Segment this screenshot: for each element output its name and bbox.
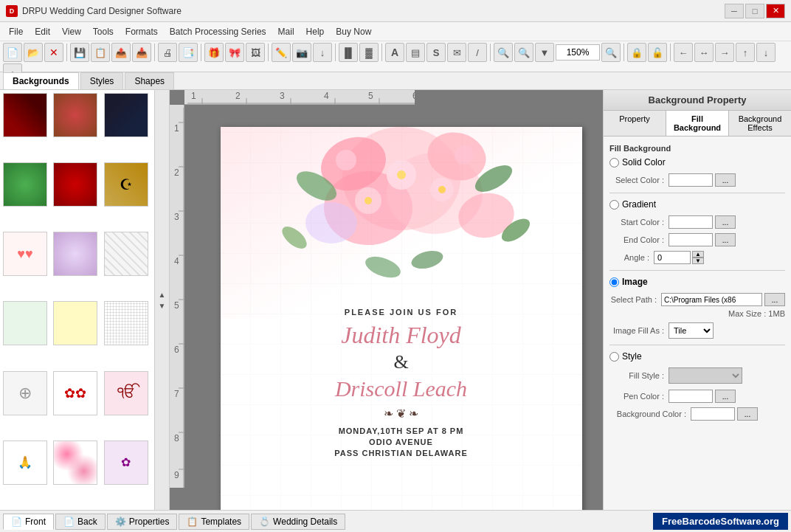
background-thumb-3[interactable] bbox=[104, 93, 148, 137]
close-button[interactable]: ✕ bbox=[766, 4, 785, 18]
tb-img[interactable]: 🖼 bbox=[246, 43, 265, 62]
tb-redo[interactable]: 🎀 bbox=[225, 43, 244, 62]
background-thumb-8[interactable] bbox=[53, 232, 97, 276]
bottom-tab-wedding-details[interactable]: 💍 Wedding Details bbox=[251, 514, 345, 530]
tb-line[interactable]: / bbox=[468, 43, 487, 62]
menu-buy-now[interactable]: Buy Now bbox=[330, 24, 377, 39]
tb-arrow[interactable]: ↓ bbox=[313, 43, 332, 62]
background-thumb-10[interactable] bbox=[3, 301, 47, 345]
minimize-button[interactable]: ─ bbox=[725, 4, 744, 18]
image-fill-select[interactable]: Tile Stretch Center Fit bbox=[669, 322, 714, 339]
solid-color-radio[interactable] bbox=[609, 158, 619, 167]
bottom-tab-back[interactable]: 📄 Back bbox=[55, 514, 106, 530]
background-thumb-11[interactable] bbox=[53, 301, 97, 345]
start-color-button[interactable]: ... bbox=[715, 215, 736, 229]
tb-textbox[interactable]: ▤ bbox=[406, 43, 425, 62]
tb-lock2[interactable]: 🔓 bbox=[648, 43, 667, 62]
tb-lock1[interactable]: 🔒 bbox=[627, 43, 646, 62]
svg-text:2: 2 bbox=[174, 167, 179, 178]
tb-new[interactable]: 📄 bbox=[3, 43, 22, 62]
tb-zoom-out[interactable]: 🔍 bbox=[514, 43, 533, 62]
tb-pen[interactable]: ✏️ bbox=[272, 43, 291, 62]
menu-help[interactable]: Help bbox=[300, 24, 331, 39]
tab-shapes[interactable]: Shapes bbox=[125, 72, 174, 89]
tb-arrow-down[interactable]: ↓ bbox=[756, 43, 776, 62]
tb-save4[interactable]: 📥 bbox=[132, 43, 151, 62]
background-thumb-4[interactable] bbox=[3, 162, 47, 207]
tb-close[interactable]: ✕ bbox=[44, 43, 63, 62]
gradient-radio[interactable] bbox=[609, 200, 619, 210]
tb-print2[interactable]: 📑 bbox=[179, 43, 198, 62]
background-thumb-16[interactable]: 🙏 bbox=[3, 441, 47, 485]
pen-color-swatch[interactable] bbox=[669, 390, 713, 403]
background-thumb-7[interactable]: ♥♥ bbox=[3, 232, 47, 276]
bottom-tab-properties[interactable]: ⚙️ Properties bbox=[107, 514, 178, 530]
tab-property[interactable]: Property bbox=[604, 111, 666, 136]
background-thumb-2[interactable] bbox=[53, 93, 97, 137]
tb-zoom-in[interactable]: 🔍 bbox=[494, 43, 513, 62]
tb-zoom-minus[interactable]: 🔍 bbox=[601, 43, 621, 62]
menu-tools[interactable]: Tools bbox=[87, 24, 120, 39]
background-thumb-18[interactable]: ✿ bbox=[104, 441, 148, 485]
tb-open[interactable]: 📂 bbox=[24, 43, 43, 62]
tb-photo[interactable]: 📷 bbox=[292, 43, 311, 62]
bottom-tab-front[interactable]: 📄 Front bbox=[3, 514, 54, 530]
style-radio[interactable] bbox=[609, 352, 619, 362]
tb-save[interactable]: 💾 bbox=[70, 43, 89, 62]
background-thumb-15[interactable]: ੴ bbox=[104, 371, 148, 415]
background-thumb-9[interactable] bbox=[104, 232, 148, 276]
tab-backgrounds[interactable]: Backgrounds bbox=[3, 72, 79, 89]
tb-save3[interactable]: 📤 bbox=[111, 43, 131, 62]
tb-barcode[interactable]: ▐▌ bbox=[339, 43, 358, 62]
menu-view[interactable]: View bbox=[56, 24, 87, 39]
menu-mail[interactable]: Mail bbox=[272, 24, 300, 39]
tab-fill-background[interactable]: Fill Background bbox=[666, 111, 729, 136]
image-radio[interactable] bbox=[609, 277, 619, 287]
angle-input[interactable] bbox=[654, 251, 691, 264]
tb-save2[interactable]: 📋 bbox=[91, 43, 110, 62]
end-color-swatch[interactable] bbox=[669, 233, 713, 246]
solid-color-button[interactable]: ... bbox=[715, 173, 736, 187]
menu-file[interactable]: File bbox=[3, 24, 29, 39]
bottom-tab-templates[interactable]: 📋 Templates bbox=[179, 514, 249, 530]
bg-color-swatch[interactable] bbox=[691, 407, 735, 421]
tab-background-effects[interactable]: Background Effects bbox=[729, 111, 791, 136]
tb-arrow-up[interactable]: ↑ bbox=[736, 43, 755, 62]
bg-color-button[interactable]: ... bbox=[737, 407, 758, 421]
tb-barcode2[interactable]: ▓ bbox=[359, 43, 379, 62]
tb-arrow-left[interactable]: ← bbox=[674, 43, 693, 62]
tb-zoom-drop[interactable]: ▼ bbox=[535, 43, 554, 62]
background-thumb-6[interactable]: ☪ bbox=[104, 162, 148, 207]
scroll-up-icon[interactable]: ▲ bbox=[159, 291, 166, 299]
tb-print[interactable]: 🖨 bbox=[158, 43, 177, 62]
fill-style-select[interactable] bbox=[669, 367, 742, 384]
start-color-swatch[interactable] bbox=[669, 215, 713, 229]
path-input[interactable] bbox=[661, 293, 762, 306]
end-color-button[interactable]: ... bbox=[715, 233, 736, 246]
tb-arrow-right[interactable]: → bbox=[715, 43, 734, 62]
angle-up-button[interactable]: ▲ bbox=[692, 251, 704, 258]
menu-edit[interactable]: Edit bbox=[29, 24, 56, 39]
tb-email[interactable]: ✉ bbox=[447, 43, 466, 62]
solid-color-swatch[interactable] bbox=[669, 173, 713, 187]
zoom-input[interactable] bbox=[556, 44, 600, 61]
maximize-button[interactable]: □ bbox=[745, 4, 764, 18]
background-thumb-17[interactable] bbox=[53, 441, 97, 485]
tab-styles[interactable]: Styles bbox=[80, 72, 124, 89]
pen-color-button[interactable]: ... bbox=[715, 390, 736, 403]
tb-arc[interactable]: S bbox=[426, 43, 446, 62]
tb-flip-h[interactable]: ↔ bbox=[694, 43, 714, 62]
tb-undo[interactable]: 🎁 bbox=[204, 43, 224, 62]
browse-button[interactable]: ... bbox=[764, 293, 785, 306]
menu-formats[interactable]: Formats bbox=[120, 24, 164, 39]
background-thumb-14[interactable]: ✿✿ bbox=[53, 371, 97, 415]
tb-text[interactable]: A bbox=[385, 43, 404, 62]
background-thumb-13[interactable]: ⊕ bbox=[3, 371, 47, 415]
angle-down-button[interactable]: ▼ bbox=[692, 258, 704, 264]
thumb-scroll-arrows[interactable]: ▲ ▼ bbox=[154, 90, 169, 510]
background-thumb-12[interactable] bbox=[104, 301, 148, 345]
menu-batch-processing[interactable]: Batch Processing Series bbox=[164, 24, 272, 39]
background-thumb-1[interactable] bbox=[3, 93, 47, 137]
scroll-down-icon[interactable]: ▼ bbox=[159, 302, 166, 310]
background-thumb-5[interactable] bbox=[53, 162, 97, 207]
